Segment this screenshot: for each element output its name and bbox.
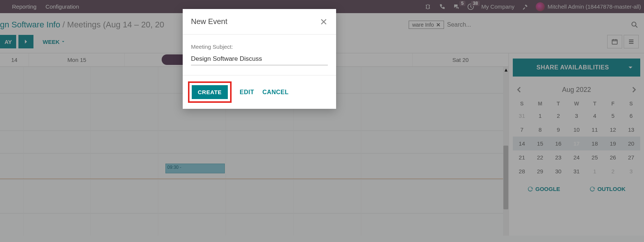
cancel-button[interactable]: CANCEL bbox=[262, 89, 289, 96]
new-event-modal: New Event Meeting Subject: CREATE EDIT C… bbox=[183, 9, 336, 109]
edit-button[interactable]: EDIT bbox=[240, 89, 254, 96]
create-button[interactable]: CREATE bbox=[192, 85, 228, 99]
meeting-subject-input[interactable] bbox=[191, 54, 328, 65]
close-icon[interactable] bbox=[320, 18, 328, 26]
modal-title: New Event bbox=[191, 17, 227, 26]
meeting-subject-label: Meeting Subject: bbox=[191, 44, 328, 50]
create-highlight: CREATE bbox=[188, 81, 232, 103]
